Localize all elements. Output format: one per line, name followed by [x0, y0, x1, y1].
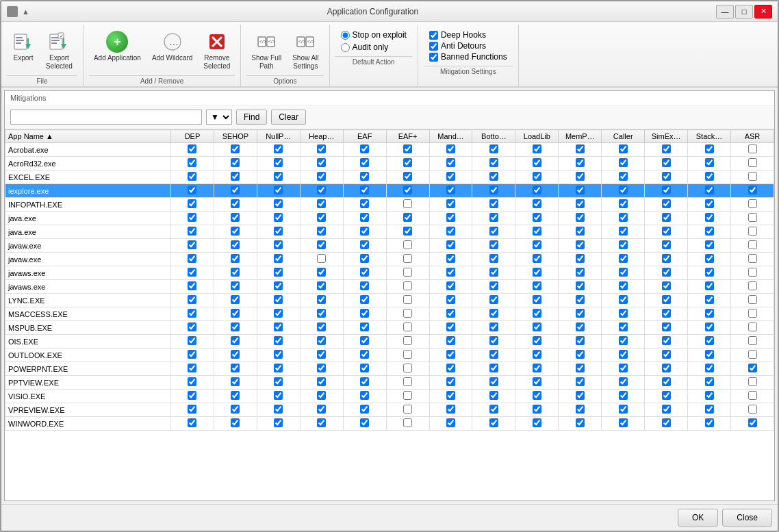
- cell-check-3[interactable]: [300, 294, 343, 307]
- checkbox-8-1[interactable]: [231, 254, 240, 263]
- cell-check-11[interactable]: [645, 143, 688, 157]
- cell-check-11[interactable]: [645, 198, 688, 212]
- checkbox-14-8[interactable]: [533, 336, 541, 345]
- cell-check-5[interactable]: [386, 376, 429, 390]
- checkbox-10-9[interactable]: [576, 281, 585, 290]
- checkbox-4-9[interactable]: [576, 199, 585, 208]
- cell-check-8[interactable]: [515, 266, 559, 280]
- cell-check-10[interactable]: [602, 390, 645, 403]
- checkbox-6-9[interactable]: [576, 227, 585, 236]
- checkbox-17-5[interactable]: [403, 377, 412, 386]
- checkbox-0-3[interactable]: [317, 144, 326, 153]
- cell-check-5[interactable]: [386, 225, 429, 239]
- checkbox-16-8[interactable]: [533, 364, 541, 372]
- col-asr[interactable]: ASR: [731, 130, 774, 143]
- cell-check-0[interactable]: [171, 321, 214, 335]
- cell-check-2[interactable]: [257, 225, 300, 239]
- checkbox-4-8[interactable]: [533, 199, 541, 208]
- checkbox-18-2[interactable]: [274, 391, 283, 400]
- cell-check-4[interactable]: [343, 349, 386, 362]
- checkbox-2-13[interactable]: [748, 172, 757, 181]
- checkbox-3-9[interactable]: [576, 186, 585, 194]
- checkbox-18-4[interactable]: [360, 391, 369, 400]
- cell-check-4[interactable]: [343, 266, 386, 280]
- stop-on-exploit-radio[interactable]: Stop on exploit: [341, 30, 407, 40]
- cell-check-7[interactable]: [472, 280, 515, 294]
- cell-check-11[interactable]: [645, 280, 688, 294]
- cell-check-7[interactable]: [472, 335, 515, 349]
- cell-check-12[interactable]: [688, 225, 731, 239]
- checkbox-12-7[interactable]: [489, 309, 498, 318]
- cell-check-10[interactable]: [602, 170, 645, 184]
- cell-check-9[interactable]: [559, 390, 602, 403]
- cell-check-5[interactable]: [386, 198, 429, 212]
- cell-check-5[interactable]: [386, 403, 429, 417]
- checkbox-16-11[interactable]: [662, 364, 671, 372]
- cell-check-2[interactable]: [257, 294, 300, 307]
- cell-check-4[interactable]: [343, 321, 386, 335]
- checkbox-18-9[interactable]: [576, 391, 585, 400]
- cell-check-11[interactable]: [645, 307, 688, 321]
- checkbox-10-10[interactable]: [619, 281, 628, 290]
- checkbox-7-2[interactable]: [274, 240, 283, 249]
- cell-check-5[interactable]: [386, 143, 429, 157]
- cell-check-1[interactable]: [214, 212, 257, 225]
- cell-check-6[interactable]: [429, 390, 472, 403]
- cell-check-0[interactable]: [171, 225, 214, 239]
- cell-check-2[interactable]: [257, 253, 300, 266]
- checkbox-14-11[interactable]: [662, 336, 671, 345]
- cell-check-13[interactable]: [731, 362, 774, 376]
- checkbox-0-6[interactable]: [446, 144, 455, 153]
- checkbox-9-9[interactable]: [576, 268, 585, 277]
- checkbox-1-5[interactable]: [403, 158, 412, 167]
- cell-check-11[interactable]: [645, 184, 688, 198]
- checkbox-18-1[interactable]: [231, 391, 240, 400]
- checkbox-2-12[interactable]: [705, 172, 714, 181]
- ok-button[interactable]: OK: [678, 509, 718, 527]
- checkbox-20-4[interactable]: [360, 418, 369, 427]
- cell-check-2[interactable]: [257, 239, 300, 253]
- cell-check-1[interactable]: [214, 184, 257, 198]
- cell-check-1[interactable]: [214, 253, 257, 266]
- cell-check-0[interactable]: [171, 349, 214, 362]
- cell-check-4[interactable]: [343, 376, 386, 390]
- cell-check-1[interactable]: [214, 349, 257, 362]
- cell-check-13[interactable]: [731, 417, 774, 431]
- cell-check-6[interactable]: [429, 362, 472, 376]
- cell-check-0[interactable]: [171, 239, 214, 253]
- checkbox-13-5[interactable]: [403, 322, 412, 331]
- checkbox-14-0[interactable]: [188, 336, 196, 345]
- checkbox-12-5[interactable]: [403, 309, 412, 318]
- checkbox-1-1[interactable]: [231, 158, 240, 167]
- cell-check-2[interactable]: [257, 212, 300, 225]
- checkbox-20-10[interactable]: [619, 418, 628, 427]
- checkbox-13-12[interactable]: [705, 322, 714, 331]
- cell-check-12[interactable]: [688, 170, 731, 184]
- checkbox-9-1[interactable]: [231, 268, 240, 277]
- checkbox-9-5[interactable]: [403, 268, 412, 277]
- checkbox-3-11[interactable]: [662, 186, 671, 194]
- checkbox-2-3[interactable]: [317, 172, 326, 181]
- checkbox-0-4[interactable]: [360, 144, 369, 153]
- checkbox-16-13[interactable]: [748, 364, 757, 372]
- cell-check-4[interactable]: [343, 280, 386, 294]
- cell-check-7[interactable]: [472, 403, 515, 417]
- cell-check-2[interactable]: [257, 307, 300, 321]
- cell-check-4[interactable]: [343, 417, 386, 431]
- cell-check-10[interactable]: [602, 335, 645, 349]
- checkbox-4-4[interactable]: [360, 199, 369, 208]
- cell-check-0[interactable]: [171, 280, 214, 294]
- cell-check-8[interactable]: [515, 157, 559, 170]
- checkbox-17-12[interactable]: [705, 377, 714, 386]
- cell-check-12[interactable]: [688, 266, 731, 280]
- cell-check-12[interactable]: [688, 212, 731, 225]
- checkbox-11-1[interactable]: [231, 295, 240, 304]
- cell-check-9[interactable]: [559, 157, 602, 170]
- checkbox-15-8[interactable]: [533, 350, 541, 359]
- cell-check-13[interactable]: [731, 307, 774, 321]
- minimize-button[interactable]: —: [716, 5, 734, 18]
- clear-button[interactable]: Clear: [271, 110, 306, 125]
- cell-check-0[interactable]: [171, 294, 214, 307]
- cell-check-3[interactable]: [300, 280, 343, 294]
- checkbox-14-7[interactable]: [489, 336, 498, 345]
